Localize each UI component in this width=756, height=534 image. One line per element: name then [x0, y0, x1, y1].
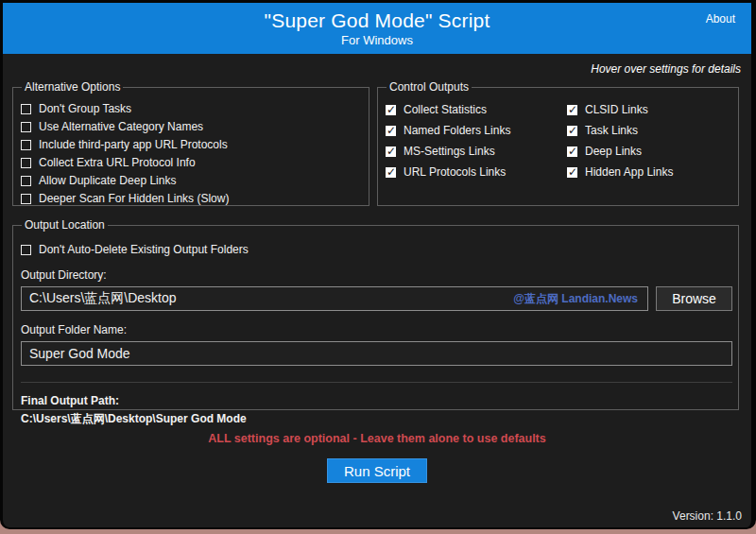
checkbox-label: URL Protocols Links [404, 165, 506, 179]
checkbox-label: Task Links [585, 124, 638, 137]
group-output-location-title: Output Location [22, 218, 108, 232]
checkbox-label: Deeper Scan For Hidden Links (Slow) [39, 192, 229, 205]
group-alternative-options-title: Alternative Options [22, 80, 123, 94]
checkbox[interactable] [21, 122, 31, 132]
checkbox-row-clsid-links[interactable]: CLSID Links [567, 103, 730, 116]
checkbox-row-extra-url-protocol-info[interactable]: Collect Extra URL Protocol Info [21, 156, 361, 169]
watermark-text: @蓝点网 Landian.News [513, 291, 640, 307]
browse-button[interactable]: Browse [656, 286, 732, 311]
final-output-path-label: Final Output Path: [21, 394, 732, 407]
divider [21, 382, 732, 383]
checkbox-label: Hidden App Links [585, 165, 673, 179]
header-banner: "Super God Mode" Script For Windows Abou… [3, 3, 751, 54]
checkbox-label: Collect Extra URL Protocol Info [39, 156, 196, 169]
checkbox-row-alt-category-names[interactable]: Use Alternative Category Names [21, 120, 361, 133]
checkbox-label: Deep Links [585, 145, 642, 158]
output-directory-value: C:\Users\蓝点网\Desktop [29, 290, 177, 307]
checkbox-label: Use Alternative Category Names [39, 120, 203, 133]
checkbox[interactable] [386, 146, 396, 157]
output-directory-row: C:\Users\蓝点网\Desktop @蓝点网 Landian.News B… [21, 286, 732, 311]
checkbox-row-hidden-app-links[interactable]: Hidden App Links [567, 165, 730, 179]
checkbox-label: Don't Group Tasks [39, 102, 131, 115]
checkbox-row-collect-statistics[interactable]: Collect Statistics [386, 103, 567, 116]
top-groups-row: Alternative Options Don't Group Tasks Us… [12, 80, 739, 206]
group-control-outputs-title: Control Outputs [387, 80, 472, 94]
checkbox-row-ms-settings-links[interactable]: MS-Settings Links [386, 145, 567, 158]
checkbox-label: Don't Auto-Delete Existing Output Folder… [39, 243, 249, 256]
checkbox[interactable] [386, 167, 396, 178]
checkbox[interactable] [386, 126, 396, 136]
output-folder-name-label: Output Folder Name: [21, 323, 732, 336]
hover-hint: Hover over settings for details [3, 62, 741, 76]
checkbox[interactable] [21, 194, 31, 204]
run-script-row: Run Script [3, 458, 751, 483]
checkbox-row-dont-auto-delete[interactable]: Don't Auto-Delete Existing Output Folder… [21, 243, 732, 256]
checkbox[interactable] [21, 158, 31, 168]
group-output-location: Output Location Don't Auto-Delete Existi… [12, 218, 739, 410]
checkbox-row-third-party-url-protocols[interactable]: Include third-party app URL Protocols [21, 138, 361, 151]
app-title: "Super God Mode" Script [265, 9, 490, 32]
checkbox-label: MS-Settings Links [404, 145, 495, 158]
control-outputs-grid: Collect Statistics Named Folders Links M… [386, 103, 730, 179]
output-folder-name-value: Super God Mode [29, 346, 130, 361]
checkbox[interactable] [567, 126, 577, 136]
checkbox[interactable] [386, 105, 396, 115]
output-directory-input[interactable]: C:\Users\蓝点网\Desktop @蓝点网 Landian.News [21, 286, 648, 311]
checkbox-label: CLSID Links [585, 103, 648, 116]
checkbox[interactable] [21, 140, 31, 150]
checkbox-row-deep-links[interactable]: Deep Links [567, 145, 730, 158]
output-folder-name-input[interactable]: Super God Mode [21, 341, 732, 366]
app-window: "Super God Mode" Script For Windows Abou… [0, 0, 756, 529]
checkbox-row-dont-group-tasks[interactable]: Don't Group Tasks [21, 102, 361, 115]
checkbox-row-url-protocols-links[interactable]: URL Protocols Links [386, 165, 567, 179]
checkbox-label: Collect Statistics [404, 103, 487, 116]
checkbox[interactable] [21, 104, 31, 114]
checkbox[interactable] [567, 105, 577, 115]
run-script-button[interactable]: Run Script [327, 458, 427, 483]
checkbox-label: Allow Duplicate Deep Links [39, 174, 176, 187]
checkbox-label: Named Folders Links [404, 124, 510, 137]
checkbox-row-deeper-scan-hidden-links[interactable]: Deeper Scan For Hidden Links (Slow) [21, 192, 361, 205]
settings-optional-notice: ALL settings are optional - Leave them a… [3, 432, 751, 445]
app-subtitle: For Windows [341, 33, 413, 47]
checkbox-row-allow-duplicate-deep-links[interactable]: Allow Duplicate Deep Links [21, 174, 361, 187]
checkbox[interactable] [567, 146, 577, 157]
group-alternative-options: Alternative Options Don't Group Tasks Us… [12, 80, 369, 206]
final-output-path-value: C:\Users\蓝点网\Desktop\Super God Mode [21, 411, 732, 427]
checkbox-row-task-links[interactable]: Task Links [567, 124, 730, 137]
version-label: Version: 1.1.0 [673, 509, 742, 523]
output-directory-label: Output Directory: [21, 268, 732, 282]
checkbox[interactable] [567, 167, 577, 178]
checkbox[interactable] [21, 176, 31, 186]
checkbox-row-named-folders-links[interactable]: Named Folders Links [386, 124, 567, 137]
checkbox[interactable] [21, 245, 31, 255]
about-link[interactable]: About [706, 12, 735, 26]
group-control-outputs: Control Outputs Collect Statistics Named… [377, 80, 739, 206]
checkbox-label: Include third-party app URL Protocols [39, 138, 228, 151]
